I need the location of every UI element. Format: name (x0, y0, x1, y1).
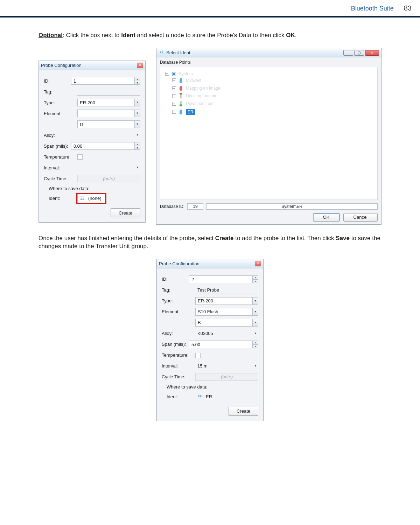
temperature-checkbox[interactable] (195, 353, 201, 358)
label-tag: Tag: (44, 89, 77, 95)
chevron-down-icon: ▼ (134, 110, 140, 117)
tree-view[interactable]: − ▣ System +Midwest +Mapping an image +D… (160, 67, 378, 200)
svg-rect-8 (180, 111, 182, 114)
label-temperature: Temperature: (44, 154, 77, 160)
cancel-button[interactable]: Cancel (343, 213, 378, 222)
page-number: 83 (404, 4, 412, 13)
close-icon[interactable]: ✕ (255, 261, 261, 266)
span-field[interactable]: ▲▼ (189, 341, 258, 348)
close-icon[interactable]: ✕ (365, 50, 379, 56)
svg-rect-3 (180, 86, 182, 87)
tree-icon: ☷ (79, 195, 85, 202)
label-cycle: Cycle Time: (44, 176, 77, 182)
svg-rect-1 (180, 78, 182, 79)
tree-expander-icon[interactable]: − (165, 72, 169, 76)
label-tag: Tag: (162, 287, 195, 293)
maximize-icon[interactable]: ▢ (354, 50, 364, 56)
chevron-down-icon: ▼ (252, 319, 258, 326)
tag-field[interactable] (195, 286, 258, 294)
temperature-checkbox[interactable] (77, 154, 83, 160)
label-interval: Interval: (162, 363, 195, 369)
tree-node[interactable]: Drinking fountain (186, 93, 217, 99)
stepper-icon[interactable]: ▲▼ (252, 276, 258, 283)
dialog-titlebar[interactable]: ☷ Select Ident — ▢ ✕ (156, 48, 381, 58)
paragraph-create-save: Once the user has finished entering the … (38, 234, 382, 251)
chevron-down-icon: ▼ (252, 308, 258, 315)
id-field[interactable]: ▲▼ (71, 77, 140, 85)
span-field[interactable]: ▲▼ (71, 142, 140, 150)
id-field[interactable]: ▲▼ (189, 275, 258, 283)
tree-node-selected[interactable]: ER (186, 109, 195, 115)
label-temperature: Temperature: (162, 352, 195, 358)
label-type: Type: (44, 100, 77, 106)
interval-select[interactable]: ▼ (77, 164, 140, 172)
create-button[interactable]: Create (229, 407, 258, 416)
create-button[interactable]: Create (111, 208, 140, 217)
tree-node[interactable]: Download Tool (186, 101, 214, 106)
label-save-section: Where to save data: (49, 186, 140, 192)
label-element: Element: (44, 111, 77, 117)
database-path-field[interactable] (206, 203, 378, 210)
tree-expander-icon[interactable]: + (172, 94, 176, 98)
svg-rect-2 (180, 87, 182, 91)
node-icon (178, 78, 184, 83)
label-type: Type: (162, 298, 195, 304)
tree-expander-icon[interactable]: + (172, 78, 176, 82)
chevron-down-icon: ▼ (135, 131, 140, 139)
ident-picker[interactable]: ☷ER (195, 392, 216, 401)
tree-icon: ☷ (197, 394, 203, 400)
ident-picker[interactable]: ☷(none) (77, 194, 105, 203)
stepper-icon[interactable]: ▲▼ (134, 77, 140, 84)
type-select[interactable]: ER-200▼ (77, 99, 140, 106)
node-icon (178, 101, 184, 107)
node-icon (178, 93, 184, 99)
tree-expander-icon[interactable]: + (172, 110, 176, 114)
stepper-icon[interactable]: ▲▼ (134, 142, 140, 149)
label-cycle: Cycle Time: (162, 374, 195, 380)
tree-node[interactable]: Mapping an image (186, 85, 220, 91)
chevron-down-icon: ▼ (134, 99, 140, 106)
dialog-titlebar[interactable]: Probe Configuration ✕ (39, 61, 145, 70)
element-select[interactable]: S10 Flush▼ (195, 308, 258, 316)
ident-value: (none) (88, 195, 102, 202)
chevron-down-icon: ▼ (253, 362, 258, 370)
probe-configuration-dialog-filled: Probe Configuration ✕ ID: ▲▼ Tag: Type: … (156, 259, 264, 421)
folder-icon: ▣ (171, 71, 177, 77)
tree-expander-icon[interactable]: + (172, 102, 176, 106)
svg-rect-6 (181, 101, 182, 104)
alloy-select[interactable]: K03005▼ (195, 330, 258, 337)
dialog-titlebar[interactable]: Probe Configuration ✕ (157, 259, 263, 269)
chevron-down-icon: ▼ (252, 298, 258, 304)
label-id: ID: (44, 78, 71, 84)
element-select[interactable]: ▼ (77, 110, 140, 117)
interval-select[interactable]: 15 m▼ (195, 362, 258, 370)
cycle-time-field: (auto) (195, 373, 258, 381)
dialog-title: Probe Configuration (159, 261, 200, 267)
database-id-field[interactable] (187, 203, 203, 210)
close-icon[interactable]: ✕ (137, 63, 143, 68)
tag-field[interactable] (77, 88, 140, 96)
element-sub-select[interactable]: D▼ (77, 120, 140, 128)
ident-value: ER (206, 394, 212, 400)
label-ident: Ident: (49, 195, 77, 202)
cycle-time-field: (auto) (77, 175, 140, 182)
element-sub-select[interactable]: B▼ (195, 319, 258, 327)
label-save-section: Where to save data: (167, 384, 258, 390)
ok-button[interactable]: OK (313, 213, 340, 222)
chevron-down-icon: ▼ (253, 330, 258, 337)
tree-expander-icon[interactable]: + (172, 86, 176, 90)
tree-node-root[interactable]: System (179, 71, 193, 77)
alloy-select[interactable]: ▼ (77, 131, 140, 139)
label-alloy: Alloy: (162, 330, 195, 337)
tree-node[interactable]: Midwest (186, 78, 201, 83)
node-icon (178, 109, 184, 115)
section-name: Bluetooth Suite (351, 4, 394, 13)
database-id-label: Database ID: (160, 204, 184, 209)
chevron-down-icon: ▼ (135, 164, 140, 172)
label-element: Element: (162, 309, 195, 315)
id-input[interactable] (71, 77, 134, 84)
chevron-down-icon: ▼ (134, 121, 140, 128)
stepper-icon[interactable]: ▲▼ (252, 341, 258, 348)
minimize-icon[interactable]: — (343, 50, 353, 56)
type-select[interactable]: ER-200▼ (195, 297, 258, 305)
